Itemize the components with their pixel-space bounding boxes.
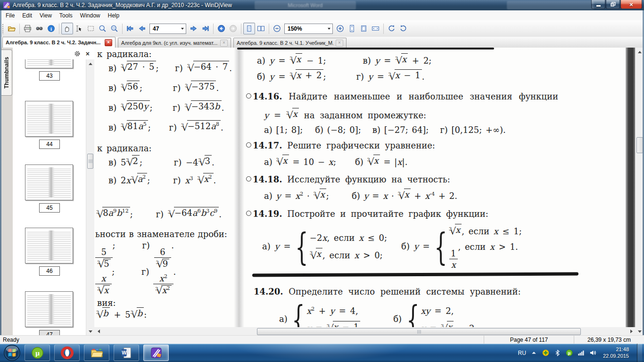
last-page-icon (201, 25, 209, 33)
hidden-icons-arrow-icon (530, 349, 537, 356)
tab-close-button[interactable]: × (336, 40, 343, 47)
toolbar-fit-height-button[interactable] (346, 23, 358, 34)
window-titlebar[interactable]: Алгебра. 9 класс. В 2 ч. Ч.2. Задачник_М… (0, 0, 644, 10)
scroll-left-button[interactable] (94, 327, 102, 336)
optional-problem-marker (246, 176, 251, 181)
tray-antivirus[interactable] (542, 349, 550, 357)
toolbar-select-rect-button[interactable] (85, 23, 97, 34)
close-button[interactable]: × (620, 0, 642, 9)
scroll-down-button[interactable] (86, 328, 94, 336)
panel-settings-button[interactable] (74, 50, 81, 58)
thumbnail-label-44[interactable]: 44 (39, 140, 60, 149)
toolbar-find-button[interactable] (33, 23, 45, 34)
tab-close-button[interactable]: × (105, 39, 112, 46)
facing-pages-icon (257, 25, 265, 33)
scroll-right-button[interactable] (627, 327, 636, 336)
tray-hidden-icons-arrow[interactable] (530, 349, 538, 357)
thumbnail-page-44[interactable] (25, 101, 73, 137)
tray-network[interactable] (578, 349, 585, 357)
toolbar-prev-page-button[interactable] (136, 23, 148, 34)
toolbar-fit-width-button[interactable] (370, 23, 381, 34)
minimize-button[interactable] (591, 0, 605, 9)
taskbar-app-utorrent[interactable]: μ (25, 345, 50, 361)
scrollbar-thumb[interactable] (636, 137, 643, 153)
panel-close-button[interactable]: × (86, 50, 90, 57)
menu-item-window[interactable]: Window (76, 11, 104, 20)
print-icon (24, 25, 32, 33)
toolbar-rotate-right-button[interactable] (397, 23, 409, 34)
page-scan-edge (626, 48, 636, 327)
start-button[interactable] (2, 344, 22, 362)
toolbar-zoom-out-button[interactable] (271, 23, 283, 34)
tray-bluetooth[interactable] (554, 349, 561, 357)
scrollbar-thumb[interactable] (87, 154, 93, 169)
tab-close-button[interactable]: × (220, 40, 228, 47)
toolbar-zoom-in-button[interactable] (334, 23, 346, 34)
taskbar-app-word[interactable]: W (114, 345, 139, 361)
chevron-down-icon[interactable] (325, 24, 332, 33)
tab-document-3[interactable]: Алгебра. 9 класс. В 2 ч. Ч.1. Учебник_М.… (233, 38, 347, 48)
thumbnail-page-45[interactable] (25, 165, 73, 200)
thumbnail-page-46[interactable] (25, 228, 73, 263)
toolbar-facing-pages-button[interactable] (255, 23, 267, 34)
thumbnail-label-43[interactable]: 43 (39, 71, 60, 81)
svg-text:W: W (122, 350, 126, 355)
toolbar-pan-button[interactable] (61, 23, 73, 34)
scrollbar-thumb[interactable] (257, 328, 581, 335)
forward-icon (229, 25, 237, 33)
toolbar-back-button[interactable] (215, 23, 227, 34)
toolbar-first-page-button[interactable] (124, 23, 136, 34)
taskbar-app-windjview[interactable] (143, 345, 169, 361)
close-icon: × (223, 41, 225, 45)
magnifier-icon (99, 25, 107, 33)
document-page-view[interactable]: к радикала:в) 3√27 · 5; г) 3√−64 · 7.в) … (94, 48, 636, 327)
scroll-up-button[interactable] (86, 59, 94, 67)
toolbar-single-page-button[interactable] (243, 23, 255, 34)
toolbar-last-page-button[interactable] (199, 23, 211, 34)
toolbar-select-text-button[interactable] (73, 23, 85, 34)
toolbar-next-page-button[interactable] (188, 23, 199, 34)
language-indicator[interactable]: RU (518, 350, 526, 356)
toolbar-print-button[interactable] (22, 23, 33, 34)
restore-button[interactable] (606, 0, 620, 9)
page-number-combo[interactable]: 47 (149, 24, 186, 34)
svg-text:i: i (50, 26, 52, 32)
toolbar-fit-page-button[interactable] (358, 23, 370, 34)
window-border-left (0, 10, 1, 336)
menu-item-tools[interactable]: Tools (56, 11, 76, 20)
tray-utorrent-tray[interactable]: μ (566, 349, 573, 357)
zoom-level-combo[interactable]: 150% (284, 24, 333, 34)
fit-width-icon (372, 25, 380, 33)
menu-item-edit[interactable]: Edit (18, 11, 36, 20)
show-desktop-button[interactable] (637, 344, 642, 362)
taskbar-app-opera[interactable] (54, 345, 80, 361)
thumbnail-label-46[interactable]: 46 (39, 266, 60, 276)
book-text-line: x3√x; г) x23√x2. (95, 266, 176, 296)
toolbar-about-button[interactable]: i (45, 23, 57, 34)
toolbar-magnifier-zoom-button[interactable] (108, 23, 120, 34)
thumbnail-label-45[interactable]: 45 (39, 203, 60, 213)
tab-thumbnails[interactable]: Thumbnails (1, 49, 12, 96)
tab-document-2[interactable]: Алгебра для 9кл. (с угл. изуч. математ..… (118, 38, 231, 48)
menu-item-help[interactable]: Help (104, 11, 124, 20)
toolbar-forward-button[interactable] (227, 23, 239, 34)
tab-document-1[interactable]: Алгебра. 9 класс. В 2 ч. Ч.2. Задачн...× (2, 37, 116, 48)
toolbar-magnifier-button[interactable] (97, 23, 108, 34)
thumbnails-scrollbar[interactable] (86, 59, 94, 336)
taskbar-clock[interactable]: 21:48 22.09.2015 (603, 346, 629, 360)
main-horizontal-scrollbar[interactable] (94, 327, 636, 336)
book-text-line: а) {x2 + y = 4,y = 3√x − 1;б) {xy = 2,y … (279, 305, 474, 327)
grip-icon (417, 330, 421, 334)
taskbar-app-explorer[interactable] (84, 345, 109, 361)
chevron-down-icon[interactable] (179, 24, 186, 33)
thumbnail-page-47[interactable] (25, 291, 73, 327)
thumbnail-page-43[interactable] (25, 59, 73, 68)
page-rule-sliver (237, 48, 494, 49)
toolbar-open-button[interactable] (6, 23, 17, 34)
toolbar-rotate-left-button[interactable] (386, 23, 397, 34)
single-page-icon (245, 25, 253, 33)
menu-item-file[interactable]: File (2, 11, 18, 20)
tray-volume[interactable] (589, 349, 597, 357)
menu-item-view[interactable]: View (36, 11, 56, 20)
triangle-down-icon (638, 330, 642, 335)
